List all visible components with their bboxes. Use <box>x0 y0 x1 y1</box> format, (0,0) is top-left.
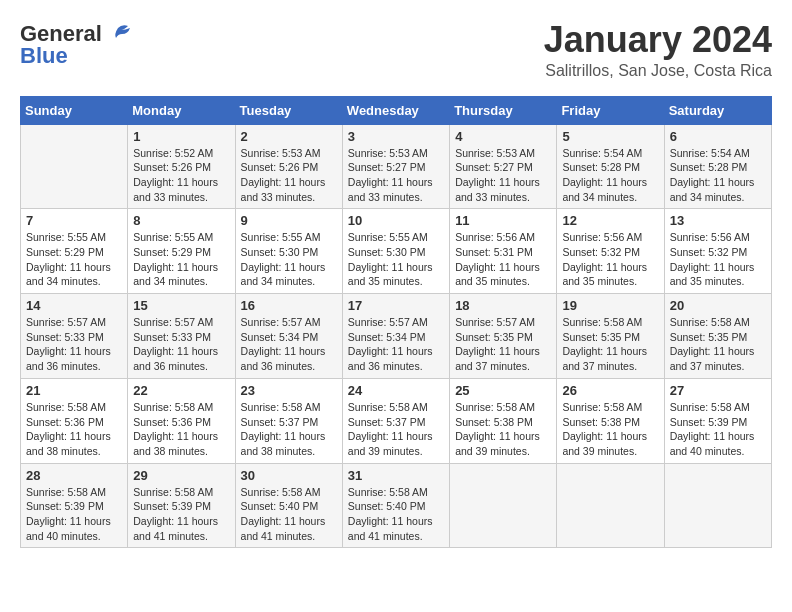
day-number: 11 <box>455 213 551 228</box>
day-info: Sunrise: 5:58 AMSunset: 5:36 PMDaylight:… <box>26 400 122 459</box>
month-title: January 2024 <box>544 20 772 60</box>
header-cell-wednesday: Wednesday <box>342 96 449 124</box>
day-number: 6 <box>670 129 766 144</box>
day-number: 16 <box>241 298 337 313</box>
day-number: 10 <box>348 213 444 228</box>
day-number: 14 <box>26 298 122 313</box>
day-cell: 6Sunrise: 5:54 AMSunset: 5:28 PMDaylight… <box>664 124 771 209</box>
day-info: Sunrise: 5:55 AMSunset: 5:29 PMDaylight:… <box>26 230 122 289</box>
day-info: Sunrise: 5:58 AMSunset: 5:35 PMDaylight:… <box>562 315 658 374</box>
day-cell: 19Sunrise: 5:58 AMSunset: 5:35 PMDayligh… <box>557 294 664 379</box>
week-row-4: 21Sunrise: 5:58 AMSunset: 5:36 PMDayligh… <box>21 378 772 463</box>
day-number: 31 <box>348 468 444 483</box>
day-cell: 30Sunrise: 5:58 AMSunset: 5:40 PMDayligh… <box>235 463 342 548</box>
logo-blue: Blue <box>20 44 132 68</box>
calendar-body: 1Sunrise: 5:52 AMSunset: 5:26 PMDaylight… <box>21 124 772 548</box>
day-info: Sunrise: 5:58 AMSunset: 5:35 PMDaylight:… <box>670 315 766 374</box>
day-cell: 4Sunrise: 5:53 AMSunset: 5:27 PMDaylight… <box>450 124 557 209</box>
day-info: Sunrise: 5:57 AMSunset: 5:34 PMDaylight:… <box>241 315 337 374</box>
day-cell: 17Sunrise: 5:57 AMSunset: 5:34 PMDayligh… <box>342 294 449 379</box>
header-cell-thursday: Thursday <box>450 96 557 124</box>
day-number: 30 <box>241 468 337 483</box>
day-cell: 15Sunrise: 5:57 AMSunset: 5:33 PMDayligh… <box>128 294 235 379</box>
header-cell-friday: Friday <box>557 96 664 124</box>
day-cell: 21Sunrise: 5:58 AMSunset: 5:36 PMDayligh… <box>21 378 128 463</box>
day-cell: 14Sunrise: 5:57 AMSunset: 5:33 PMDayligh… <box>21 294 128 379</box>
week-row-5: 28Sunrise: 5:58 AMSunset: 5:39 PMDayligh… <box>21 463 772 548</box>
day-info: Sunrise: 5:58 AMSunset: 5:37 PMDaylight:… <box>241 400 337 459</box>
calendar-header: SundayMondayTuesdayWednesdayThursdayFrid… <box>21 96 772 124</box>
day-number: 15 <box>133 298 229 313</box>
week-row-1: 1Sunrise: 5:52 AMSunset: 5:26 PMDaylight… <box>21 124 772 209</box>
day-cell: 1Sunrise: 5:52 AMSunset: 5:26 PMDaylight… <box>128 124 235 209</box>
day-info: Sunrise: 5:56 AMSunset: 5:32 PMDaylight:… <box>562 230 658 289</box>
header-cell-monday: Monday <box>128 96 235 124</box>
day-cell: 11Sunrise: 5:56 AMSunset: 5:31 PMDayligh… <box>450 209 557 294</box>
day-info: Sunrise: 5:54 AMSunset: 5:28 PMDaylight:… <box>562 146 658 205</box>
day-cell: 7Sunrise: 5:55 AMSunset: 5:29 PMDaylight… <box>21 209 128 294</box>
day-info: Sunrise: 5:58 AMSunset: 5:38 PMDaylight:… <box>455 400 551 459</box>
day-info: Sunrise: 5:58 AMSunset: 5:39 PMDaylight:… <box>26 485 122 544</box>
day-number: 25 <box>455 383 551 398</box>
day-number: 18 <box>455 298 551 313</box>
day-number: 2 <box>241 129 337 144</box>
day-info: Sunrise: 5:57 AMSunset: 5:33 PMDaylight:… <box>26 315 122 374</box>
day-info: Sunrise: 5:53 AMSunset: 5:26 PMDaylight:… <box>241 146 337 205</box>
day-number: 27 <box>670 383 766 398</box>
day-number: 5 <box>562 129 658 144</box>
day-cell: 24Sunrise: 5:58 AMSunset: 5:37 PMDayligh… <box>342 378 449 463</box>
day-cell: 12Sunrise: 5:56 AMSunset: 5:32 PMDayligh… <box>557 209 664 294</box>
week-row-2: 7Sunrise: 5:55 AMSunset: 5:29 PMDaylight… <box>21 209 772 294</box>
week-row-3: 14Sunrise: 5:57 AMSunset: 5:33 PMDayligh… <box>21 294 772 379</box>
day-info: Sunrise: 5:58 AMSunset: 5:39 PMDaylight:… <box>670 400 766 459</box>
day-cell: 18Sunrise: 5:57 AMSunset: 5:35 PMDayligh… <box>450 294 557 379</box>
day-cell <box>21 124 128 209</box>
day-info: Sunrise: 5:58 AMSunset: 5:37 PMDaylight:… <box>348 400 444 459</box>
header-cell-saturday: Saturday <box>664 96 771 124</box>
day-cell <box>664 463 771 548</box>
day-cell: 28Sunrise: 5:58 AMSunset: 5:39 PMDayligh… <box>21 463 128 548</box>
day-cell <box>450 463 557 548</box>
day-number: 8 <box>133 213 229 228</box>
logo: General Blue <box>20 20 132 68</box>
day-number: 21 <box>26 383 122 398</box>
day-number: 28 <box>26 468 122 483</box>
day-number: 20 <box>670 298 766 313</box>
day-cell: 5Sunrise: 5:54 AMSunset: 5:28 PMDaylight… <box>557 124 664 209</box>
day-info: Sunrise: 5:54 AMSunset: 5:28 PMDaylight:… <box>670 146 766 205</box>
day-number: 12 <box>562 213 658 228</box>
day-cell <box>557 463 664 548</box>
day-number: 24 <box>348 383 444 398</box>
location-subtitle: Salitrillos, San Jose, Costa Rica <box>544 62 772 80</box>
day-number: 17 <box>348 298 444 313</box>
day-info: Sunrise: 5:55 AMSunset: 5:30 PMDaylight:… <box>241 230 337 289</box>
day-cell: 27Sunrise: 5:58 AMSunset: 5:39 PMDayligh… <box>664 378 771 463</box>
day-number: 9 <box>241 213 337 228</box>
day-info: Sunrise: 5:58 AMSunset: 5:40 PMDaylight:… <box>241 485 337 544</box>
day-cell: 26Sunrise: 5:58 AMSunset: 5:38 PMDayligh… <box>557 378 664 463</box>
day-number: 4 <box>455 129 551 144</box>
day-info: Sunrise: 5:57 AMSunset: 5:34 PMDaylight:… <box>348 315 444 374</box>
day-number: 19 <box>562 298 658 313</box>
day-number: 22 <box>133 383 229 398</box>
day-info: Sunrise: 5:57 AMSunset: 5:35 PMDaylight:… <box>455 315 551 374</box>
day-info: Sunrise: 5:53 AMSunset: 5:27 PMDaylight:… <box>348 146 444 205</box>
day-cell: 2Sunrise: 5:53 AMSunset: 5:26 PMDaylight… <box>235 124 342 209</box>
day-info: Sunrise: 5:55 AMSunset: 5:30 PMDaylight:… <box>348 230 444 289</box>
day-number: 7 <box>26 213 122 228</box>
day-info: Sunrise: 5:56 AMSunset: 5:32 PMDaylight:… <box>670 230 766 289</box>
calendar-table: SundayMondayTuesdayWednesdayThursdayFrid… <box>20 96 772 549</box>
day-cell: 20Sunrise: 5:58 AMSunset: 5:35 PMDayligh… <box>664 294 771 379</box>
day-number: 1 <box>133 129 229 144</box>
day-info: Sunrise: 5:53 AMSunset: 5:27 PMDaylight:… <box>455 146 551 205</box>
day-info: Sunrise: 5:58 AMSunset: 5:39 PMDaylight:… <box>133 485 229 544</box>
title-block: January 2024 Salitrillos, San Jose, Cost… <box>544 20 772 80</box>
day-cell: 8Sunrise: 5:55 AMSunset: 5:29 PMDaylight… <box>128 209 235 294</box>
header-row: SundayMondayTuesdayWednesdayThursdayFrid… <box>21 96 772 124</box>
day-cell: 16Sunrise: 5:57 AMSunset: 5:34 PMDayligh… <box>235 294 342 379</box>
day-info: Sunrise: 5:58 AMSunset: 5:40 PMDaylight:… <box>348 485 444 544</box>
day-number: 3 <box>348 129 444 144</box>
header-cell-tuesday: Tuesday <box>235 96 342 124</box>
day-info: Sunrise: 5:57 AMSunset: 5:33 PMDaylight:… <box>133 315 229 374</box>
day-info: Sunrise: 5:52 AMSunset: 5:26 PMDaylight:… <box>133 146 229 205</box>
